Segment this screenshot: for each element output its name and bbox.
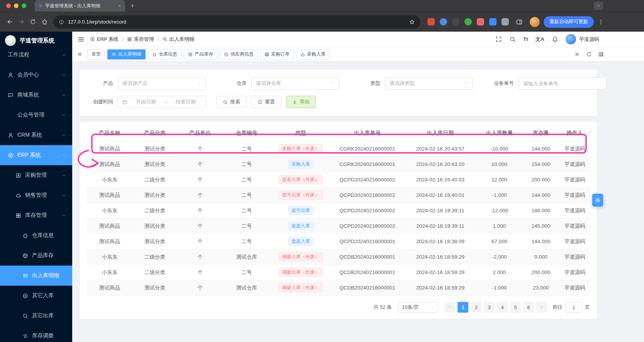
sidebar-item-member[interactable]: 会员中心 xyxy=(0,65,72,85)
page-button-5[interactable]: 5 xyxy=(510,302,521,313)
column-header[interactable]: 出入库数量 xyxy=(477,130,522,137)
collapse-sidebar-icon[interactable] xyxy=(78,36,85,43)
column-header[interactable]: 出入库日期 xyxy=(404,130,477,137)
table-row[interactable]: 测试商品测试分类个二号盘亏出库（作废）QCPD20240216000002202… xyxy=(87,188,590,203)
sidebar-item-other-out[interactable]: 其它出库 xyxy=(0,306,72,326)
table-row[interactable]: 测试商品测试分类个二号盘盈入库QCPD202402160000022024-02… xyxy=(87,218,590,234)
sidebar-item-other-in[interactable]: 其它入库 xyxy=(0,286,72,306)
search-icon[interactable] xyxy=(509,36,516,42)
table-row[interactable]: 小东东二级分类个测试仓库调拨入库（作废）QCDB2024021600000120… xyxy=(87,249,590,265)
extension-gray-puzzle-icon[interactable] xyxy=(502,18,509,25)
app-logo[interactable]: 芋道管理系统 xyxy=(0,32,72,49)
sidebar-item-stock[interactable]: 库存管理 xyxy=(0,205,72,225)
tab-采购入库[interactable]: 采购入库 xyxy=(296,49,330,59)
table-row[interactable]: 测试商品测试分类个测试仓库调拨入库（作废）QCDB202402160000012… xyxy=(87,280,590,296)
user-menu[interactable]: 芋道源码 xyxy=(566,34,599,44)
back-button[interactable] xyxy=(4,16,15,28)
tab-仓库信息[interactable]: 仓库信息 xyxy=(148,49,181,59)
breadcrumb-item[interactable]: 库存管理 xyxy=(127,36,154,43)
product-select[interactable]: 请选择产品 xyxy=(118,77,206,90)
sidebar-item-sale[interactable]: 销售管理 xyxy=(0,185,72,205)
sidebar-item-mall[interactable]: 商城系统 xyxy=(0,85,72,105)
search-button[interactable]: 搜索 xyxy=(217,96,246,108)
tab-search-button[interactable] xyxy=(594,2,603,10)
table-row[interactable]: 测试商品测试分类个二号盘盈入库QCPD202402160000012024-02… xyxy=(87,234,590,249)
new-tab-button[interactable] xyxy=(130,3,135,8)
page-button-3[interactable]: 3 xyxy=(484,302,495,313)
extension-layers-icon[interactable] xyxy=(489,18,497,25)
page-button-1[interactable]: 1 xyxy=(458,302,468,313)
browser-home-button[interactable] xyxy=(39,16,50,28)
column-header[interactable]: 库存量 xyxy=(522,130,560,137)
column-header[interactable]: 产品名称 xyxy=(87,130,132,137)
sidebar-item-purchase[interactable]: 采购管理 xyxy=(0,165,72,185)
sidebar-item-product-stock[interactable]: 产品库存 xyxy=(0,245,72,266)
sidebar-item-warehouse-info[interactable]: 仓库信息 xyxy=(0,225,72,245)
sidebar-item-mp[interactable]: 公众号管理 xyxy=(0,105,72,125)
column-header[interactable]: 仓库编号 xyxy=(223,130,271,137)
forward-button[interactable] xyxy=(15,16,27,28)
side-panel-icon[interactable] xyxy=(516,19,523,25)
date-range-picker[interactable]: 开始日期 – 结束日期 xyxy=(118,96,206,108)
warehouse-select[interactable]: 请选择仓库 xyxy=(251,77,339,90)
table-row[interactable]: 小东东二级分类个二号调拨出库（作废）QCDB202402160000012024… xyxy=(87,265,590,280)
tabs-scroll-left-icon[interactable] xyxy=(77,51,83,57)
breadcrumb-item[interactable]: ERP 系统 xyxy=(90,36,119,43)
extension-green-icon[interactable] xyxy=(464,18,472,25)
reset-button[interactable]: 重置 xyxy=(251,96,281,108)
next-page-button[interactable] xyxy=(536,302,547,313)
notification-bell-icon[interactable] xyxy=(552,36,558,42)
close-tab-icon[interactable] xyxy=(117,4,122,8)
column-header[interactable]: 操作人 xyxy=(560,130,590,137)
minimize-window-button[interactable] xyxy=(14,3,19,8)
browser-profile-avatar[interactable] xyxy=(530,17,540,27)
translate-tool[interactable]: 文A xyxy=(536,36,544,43)
page-size-select[interactable]: 10条/页 xyxy=(398,302,438,313)
browser-menu-icon[interactable] xyxy=(598,19,604,25)
close-window-button[interactable] xyxy=(6,3,11,8)
tab-首页[interactable]: 首页 xyxy=(87,49,105,59)
prev-page-button[interactable] xyxy=(444,302,455,313)
tab-产品库存[interactable]: 产品库存 xyxy=(184,49,217,59)
page-button-6[interactable]: 6 xyxy=(523,302,534,313)
maximize-window-button[interactable] xyxy=(22,3,26,8)
fullscreen-icon[interactable] xyxy=(495,36,502,42)
address-bar[interactable]: 127.0.0.1/erp/stock/record xyxy=(53,15,420,29)
font-size-tool[interactable]: Tt xyxy=(523,36,528,42)
export-button[interactable]: 导出 xyxy=(286,96,316,108)
column-header[interactable]: 产品单位 xyxy=(178,130,223,137)
table-row[interactable]: 小东东二级分类个二号盘亏出库QCPD202402160000022024-02-… xyxy=(87,203,590,218)
tab-采购订单[interactable]: 采购订单 xyxy=(260,49,294,59)
sidebar-item-stock-record[interactable]: 出入库明细 xyxy=(0,266,72,286)
tabs-scroll-right-icon[interactable] xyxy=(574,51,580,57)
tab-出入库明细[interactable]: 出入库明细 xyxy=(107,49,146,59)
extension-coral-puzzle-icon[interactable] xyxy=(477,18,484,25)
page-button-4[interactable]: 4 xyxy=(497,302,508,313)
bizno-input[interactable] xyxy=(519,77,607,90)
extension-red-icon[interactable] xyxy=(427,18,435,25)
sidebar-item-crm[interactable]: CRM 系统 xyxy=(0,125,72,145)
sidebar-item-erp[interactable]: ERP 系统 xyxy=(0,145,72,165)
type-select[interactable]: 请选择类型 xyxy=(385,77,473,90)
page-goto-input[interactable] xyxy=(565,302,582,313)
table-row[interactable]: 测试商品测试分类个二号采购入库（作废）CGRK20240216000001202… xyxy=(87,141,590,157)
column-header[interactable]: 类型 xyxy=(271,130,331,137)
table-row[interactable]: 测试商品测试分类个二号采购入库CGRK202402160000012024-02… xyxy=(87,157,590,172)
layout-grid-icon[interactable] xyxy=(598,51,604,57)
column-header[interactable]: 出入库单号 xyxy=(331,130,404,137)
site-info-icon[interactable] xyxy=(59,19,64,25)
browser-tab[interactable]: 芋道管理系统 - 出入库明细 xyxy=(35,0,125,12)
column-header[interactable]: 产品分类 xyxy=(132,130,177,137)
browser-update-button[interactable]: 重新启动即可更新 xyxy=(544,16,594,28)
breadcrumb-item[interactable]: 出入库明细 xyxy=(162,36,194,43)
sidebar-item-stock-move[interactable]: 库存调拨 xyxy=(0,326,72,342)
refresh-page-icon[interactable] xyxy=(586,51,592,57)
extension-blue-drop-icon[interactable] xyxy=(440,18,447,25)
reload-button[interactable] xyxy=(27,16,39,28)
page-button-2[interactable]: 2 xyxy=(471,302,481,313)
table-row[interactable]: 小东东二级分类个二号盘盈入库（作废）QCPD202402160000022024… xyxy=(87,172,590,188)
extension-dark-icon[interactable] xyxy=(452,18,459,25)
theme-settings-button[interactable] xyxy=(592,194,603,207)
bookmark-star-icon[interactable] xyxy=(409,19,415,25)
tab-供应商信息[interactable]: 供应商信息 xyxy=(220,49,258,59)
